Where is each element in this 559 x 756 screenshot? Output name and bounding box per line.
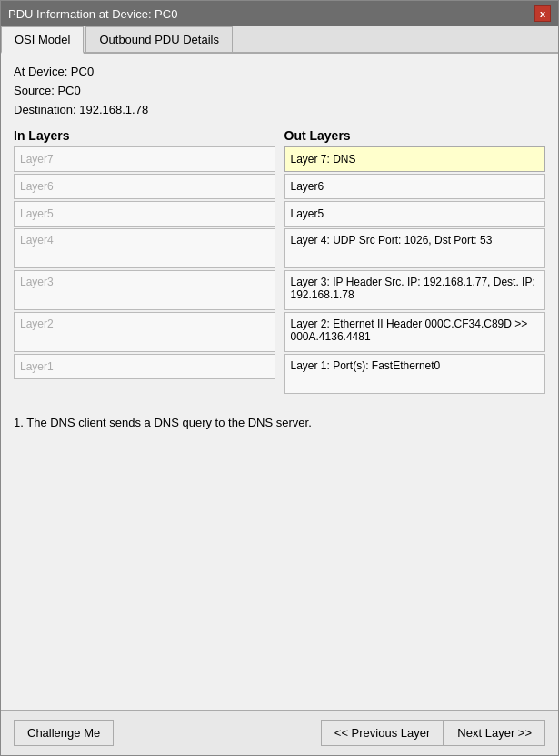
out-layer1[interactable]: Layer 1: Port(s): FastEthernet0 <box>284 354 546 394</box>
window: PDU Information at Device: PC0 x OSI Mod… <box>0 0 559 756</box>
footer: Challenge Me << Previous Layer Next Laye… <box>1 710 558 755</box>
tab-osi[interactable]: OSI Model <box>1 26 84 54</box>
previous-layer-button[interactable]: << Previous Layer <box>321 720 444 746</box>
in-layer7: Layer7 <box>14 146 275 172</box>
layers-container: In Layers Layer7 Layer6 Layer5 Layer4 La… <box>14 128 545 396</box>
in-layers-column: In Layers Layer7 Layer6 Layer5 Layer4 La… <box>14 128 275 396</box>
out-layer7[interactable]: Layer 7: DNS <box>284 146 546 172</box>
nav-buttons: << Previous Layer Next Layer >> <box>321 720 545 746</box>
description-text: 1. The DNS client sends a DNS query to t… <box>14 414 545 432</box>
at-device-label: At Device: PC0 <box>14 63 545 82</box>
out-layer6[interactable]: Layer6 <box>284 174 546 199</box>
in-layer4: Layer4 <box>14 228 275 268</box>
content-area: At Device: PC0 Source: PC0 Destination: … <box>1 54 558 710</box>
tab-outbound[interactable]: Outbound PDU Details <box>85 26 233 52</box>
in-layer2: Layer2 <box>14 312 275 352</box>
window-title: PDU Information at Device: PC0 <box>8 7 177 21</box>
out-layers-header: Out Layers <box>284 128 546 143</box>
tab-bar: OSI Model Outbound PDU Details <box>1 26 558 54</box>
in-layer3: Layer3 <box>14 270 275 310</box>
close-button[interactable]: x <box>534 5 551 22</box>
out-layer4[interactable]: Layer 4: UDP Src Port: 1026, Dst Port: 5… <box>284 228 546 268</box>
in-layer6: Layer6 <box>14 174 275 199</box>
challenge-me-button[interactable]: Challenge Me <box>14 720 114 746</box>
out-layer2[interactable]: Layer 2: Ethernet II Header 000C.CF34.C8… <box>284 312 546 352</box>
device-info: At Device: PC0 Source: PC0 Destination: … <box>14 63 545 119</box>
in-layer5: Layer5 <box>14 201 275 227</box>
in-layers-header: In Layers <box>14 128 275 143</box>
out-layer3[interactable]: Layer 3: IP Header Src. IP: 192.168.1.77… <box>284 270 546 310</box>
title-bar: PDU Information at Device: PC0 x <box>1 1 558 26</box>
out-layer5[interactable]: Layer5 <box>284 201 546 227</box>
in-layer1: Layer1 <box>14 354 275 379</box>
next-layer-button[interactable]: Next Layer >> <box>444 720 545 746</box>
source-label: Source: PC0 <box>14 82 545 101</box>
out-layers-column: Out Layers Layer 7: DNS Layer6 Layer5 La… <box>284 128 546 396</box>
destination-label: Destination: 192.168.1.78 <box>14 101 545 120</box>
